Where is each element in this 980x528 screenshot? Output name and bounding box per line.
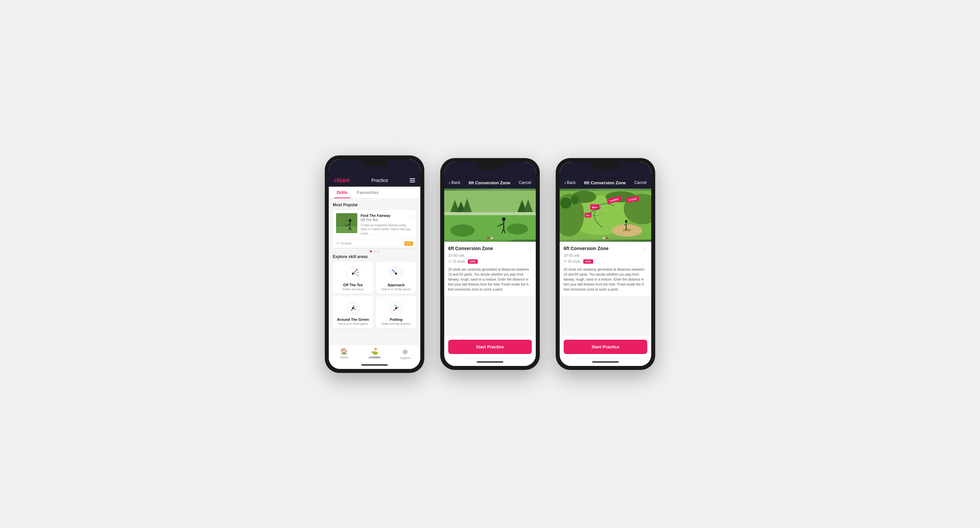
home-icon: 🏠 <box>340 348 348 355</box>
svg-point-68 <box>560 198 571 209</box>
skill-icon-approach <box>388 266 404 282</box>
nav-home-label: Home <box>340 356 348 359</box>
detail-drill-title-3: 6ft Conversion Zone <box>564 246 608 251</box>
practice-title: Practice <box>371 178 388 183</box>
svg-point-69 <box>571 196 579 204</box>
img-dot-3a <box>603 237 605 239</box>
dot-2 <box>374 250 375 252</box>
detail-image-2 <box>444 188 536 242</box>
skill-card-putting[interactable]: Putting Make and lag practice <box>376 296 416 328</box>
notch-1 <box>361 160 388 167</box>
start-practice-button-3[interactable]: Start Practice <box>564 340 647 354</box>
detail-shots-2: ⏱ 20 shots <box>448 260 465 263</box>
skill-card-atg[interactable]: Around The Green Hone your short game <box>333 296 373 328</box>
skill-icon-atg <box>345 300 361 316</box>
carousel-dots <box>333 250 416 252</box>
skill-icon-putting <box>388 300 404 316</box>
svg-point-16 <box>358 272 359 273</box>
nav-home[interactable]: 🏠 Home <box>329 348 359 360</box>
phone-2: ‹ Back 6ft Conversion Zone Cancel <box>440 158 540 370</box>
skill-icon-ott <box>345 266 361 282</box>
detail-star-icon-3[interactable]: ☆ <box>643 246 647 252</box>
skill-desc-approach: Dial-in to hit the green <box>382 287 411 291</box>
img-dot-1 <box>487 237 489 239</box>
skill-card-approach[interactable]: Approach Dial-in to hit the green <box>376 262 416 294</box>
nav-activities-label: Activities <box>369 356 380 359</box>
svg-text:Miss: Miss <box>592 206 598 209</box>
clock-icon-3: ⏱ <box>564 260 567 263</box>
home-bar-line-2 <box>477 361 503 363</box>
detail-distance-3: 10-50 yds <box>564 254 647 257</box>
skill-name-ott: Off The Tee <box>343 283 363 287</box>
home-bar-line-3 <box>592 361 619 363</box>
explore-label: Explore skill areas <box>333 254 416 259</box>
detail-header-title-3: 6ft Conversion Zone <box>584 180 626 185</box>
tab-favourites[interactable]: Favourites <box>354 187 382 198</box>
svg-rect-1 <box>336 227 357 233</box>
status-bar-3 <box>560 162 651 177</box>
detail-shots-3: ⏱ 20 shots <box>564 260 581 263</box>
detail-star-icon-2[interactable]: ☆ <box>527 246 532 252</box>
home-bar-1 <box>329 361 420 369</box>
drill-info: Find The Fairway Off The Tee ☆ Create an… <box>361 213 413 236</box>
detail-drill-title-2: 6ft Conversion Zone <box>448 246 493 251</box>
detail-content-bg-3 <box>560 296 651 336</box>
drill-thumbnail <box>336 213 357 233</box>
svg-point-79 <box>625 220 627 222</box>
drill-description: Create an imaginary fairway using trees … <box>361 223 413 236</box>
detail-description-3: 20 shots are randomly generated at dista… <box>564 267 647 292</box>
svg-line-42 <box>395 306 398 308</box>
nav-activities[interactable]: ⛳ Activities <box>359 348 390 360</box>
cancel-button-2[interactable]: Cancel <box>519 180 531 185</box>
home-bar-3 <box>560 358 651 366</box>
drill-title: Find The Fairway <box>361 213 390 218</box>
detail-content-bg-2 <box>444 296 536 336</box>
img-dot-3b <box>606 237 608 239</box>
menu-icon[interactable] <box>410 178 415 182</box>
back-button-2[interactable]: ‹ Back <box>449 180 460 185</box>
back-button-3[interactable]: ‹ Back <box>564 180 576 185</box>
detail-header-2: ‹ Back 6ft Conversion Zone Cancel <box>444 177 536 188</box>
svg-point-25 <box>392 269 394 271</box>
notch-3 <box>592 162 619 169</box>
svg-point-17 <box>357 274 358 275</box>
img-dot-2 <box>491 237 493 239</box>
detail-header-3: ‹ Back 6ft Conversion Zone Cancel <box>560 177 651 188</box>
status-bar-2 <box>444 162 536 177</box>
skill-desc-putting: Make and lag practice <box>382 322 411 325</box>
drill-subtitle: Off The Tee <box>361 218 390 222</box>
clippd-logo: clippd <box>334 177 350 183</box>
dot-1 <box>370 250 372 252</box>
skill-name-putting: Putting <box>390 317 402 321</box>
nav-capture-label: Capture <box>400 356 410 360</box>
home-bar-line-1 <box>361 364 388 365</box>
status-bar-1 <box>329 160 420 174</box>
practice-header: clippd Practice <box>329 174 420 187</box>
svg-point-54 <box>507 223 528 234</box>
skill-card-ott[interactable]: Off The Tee Power accuracy <box>333 262 373 294</box>
drill-card[interactable]: Find The Fairway Off The Tee ☆ Create an… <box>333 210 416 248</box>
back-label-3: Back <box>567 180 576 185</box>
detail-tag-2: ARG <box>468 259 478 264</box>
svg-point-53 <box>450 225 475 237</box>
dot-3 <box>377 250 379 252</box>
nav-capture[interactable]: ⊕ Capture <box>390 348 420 360</box>
phone-1: clippd Practice Drills Favourites Most P… <box>325 155 424 373</box>
start-practice-button-2[interactable]: Start Practice <box>448 340 532 354</box>
detail-body-3: 6ft Conversion Zone ☆ 10-50 yds ⏱ 20 sho… <box>560 242 651 296</box>
notch-2 <box>477 162 503 169</box>
detail-body-2: 6ft Conversion Zone ☆ 10-50 yds ⏱ 20 sho… <box>444 242 536 296</box>
most-popular-label: Most Popular <box>333 203 416 207</box>
phone-3: ‹ Back 6ft Conversion Zone Cancel <box>556 158 655 370</box>
capture-icon: ⊕ <box>402 348 408 356</box>
drill-footer: 10 shots OTT <box>333 239 416 248</box>
drill-star-icon[interactable]: ☆ <box>409 213 413 219</box>
skill-name-approach: Approach <box>388 283 404 287</box>
home-bar-2 <box>444 358 536 366</box>
back-label-2: Back <box>452 180 460 185</box>
cancel-button-3[interactable]: Cancel <box>634 180 647 185</box>
back-chevron-icon-2: ‹ <box>449 180 450 185</box>
skill-desc-ott: Power accuracy <box>342 287 364 291</box>
practice-content: Most Popular <box>329 199 420 345</box>
tab-drills[interactable]: Drills <box>334 187 350 198</box>
